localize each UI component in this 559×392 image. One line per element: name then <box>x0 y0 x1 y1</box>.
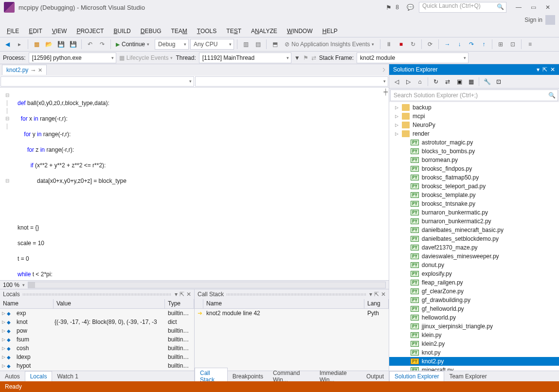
pin-icon[interactable]: ⇱ <box>374 291 379 298</box>
user-avatar-icon[interactable] <box>545 15 555 25</box>
back-icon[interactable]: ◁ <box>391 76 402 87</box>
step-over-button[interactable]: ↷ <box>466 39 477 50</box>
sync-icon[interactable]: ⇄ <box>442 76 453 87</box>
solution-search-input[interactable]: Search Solution Explorer (Ctrl+;) 🔍 <box>390 89 558 101</box>
file-node[interactable]: PYbrooksc_teleport_pad.py <box>389 182 559 191</box>
zoom-caret-icon[interactable]: ▾ <box>22 283 25 287</box>
toolbar-btn-5[interactable]: ⊞ <box>495 39 506 50</box>
menu-edit[interactable]: EDIT <box>25 27 46 36</box>
fwd-icon[interactable]: ▷ <box>403 76 414 87</box>
expand-icon[interactable]: ▷ <box>394 131 399 136</box>
stop-button[interactable]: ■ <box>396 39 406 50</box>
file-node[interactable]: PYklein2.py <box>389 339 559 348</box>
toolbar-btn-2[interactable]: ▤ <box>252 39 263 50</box>
thread-toggle-icon[interactable]: ⇄ <box>311 54 316 61</box>
folder-node[interactable]: ▷NeuroPy <box>389 121 559 129</box>
toolbar-btn-7[interactable]: ≡ <box>524 39 535 50</box>
folder-node[interactable]: ▷render <box>389 129 559 138</box>
menu-analyze[interactable]: ANALYZE <box>247 27 281 36</box>
toolbar-btn-1[interactable]: ▥ <box>240 39 251 50</box>
horizontal-scrollbar[interactable] <box>28 282 386 288</box>
scope-dropdown[interactable]: ▾ <box>0 76 194 87</box>
toolbar-btn-6[interactable]: ⊡ <box>507 39 518 50</box>
menu-file[interactable]: FILE <box>3 27 23 36</box>
file-node[interactable]: PYknot.py <box>389 348 559 357</box>
quick-launch-input[interactable]: Quick Launch (Ctrl+Q) 🔍 <box>419 2 506 13</box>
panel-dropdown-icon[interactable]: ▾ <box>175 291 178 298</box>
solution-explorer-header[interactable]: Solution Explorer ▾⇱✕ <box>389 64 559 75</box>
continue-button[interactable]: ▶ Continue ▾ <box>114 39 153 50</box>
file-node[interactable]: PYdonut.py <box>389 261 559 269</box>
tab-watch1[interactable]: Watch 1 <box>52 372 83 381</box>
config-dropdown[interactable]: Debug▾ <box>155 39 189 50</box>
collapse-icon[interactable]: ▣ <box>454 76 465 87</box>
file-node[interactable]: PYbrooksc_template.py <box>389 191 559 199</box>
file-node[interactable]: PYgf_drawbuilding.py <box>389 296 559 304</box>
tab-solution-explorer[interactable]: Solution Explorer <box>389 371 444 381</box>
platform-dropdown[interactable]: Any CPU▾ <box>190 39 234 50</box>
locals-row[interactable]: ▷◆coshbuiltin_fu <box>0 344 194 353</box>
toolbar-btn-3[interactable]: ⬒ <box>270 39 280 50</box>
new-project-button[interactable]: ▦ <box>31 39 42 50</box>
lifecycle-events-button[interactable]: ▦ Lifecycle Events ▾ <box>119 54 173 61</box>
file-node[interactable]: PYhelloworld.py <box>389 313 559 322</box>
menu-team[interactable]: TEAM <box>167 27 191 36</box>
menu-build[interactable]: BUILD <box>109 27 134 36</box>
panel-dropdown-icon[interactable]: ▾ <box>369 291 372 298</box>
panel-dropdown-icon[interactable]: ▾ <box>537 66 540 73</box>
expand-icon[interactable]: ▷ <box>0 346 7 351</box>
preview-icon[interactable]: ⊡ <box>493 76 504 87</box>
save-button[interactable]: 💾 <box>55 39 66 50</box>
file-node[interactable]: PYgf_helloworld.py <box>389 304 559 313</box>
redo-button[interactable]: ↷ <box>97 39 108 50</box>
minimize-button[interactable]: — <box>511 2 526 12</box>
menu-window[interactable]: WINDOW <box>283 27 317 36</box>
tab-breakpoints[interactable]: Breakpoints <box>228 372 268 381</box>
close-panel-icon[interactable]: ✕ <box>550 66 555 73</box>
process-dropdown[interactable]: [12596] python.exe▾ <box>29 53 116 63</box>
expand-icon[interactable]: ▷ <box>0 328 7 333</box>
expand-icon[interactable]: ▷ <box>394 123 399 127</box>
menu-help[interactable]: HELP <box>318 27 341 36</box>
restart-button[interactable]: ↻ <box>408 39 418 50</box>
expand-icon[interactable]: ▷ <box>394 114 399 119</box>
expand-icon[interactable]: ▷ <box>0 337 7 342</box>
pin-icon[interactable]: ⇱ <box>542 66 547 73</box>
member-dropdown[interactable]: ▾ <box>195 76 389 87</box>
file-node[interactable]: PYgf_clearZone.py <box>389 287 559 296</box>
file-node[interactable]: PYblocks_to_bombs.py <box>389 147 559 156</box>
file-node[interactable]: PYdanielbates_minecraft_basic.py <box>389 226 559 234</box>
notification-flags[interactable]: ⚑ 8 💬 <box>386 4 414 11</box>
locals-row[interactable]: ▷◆fsumbuiltin_fu <box>0 335 194 344</box>
expand-icon[interactable]: ▷ <box>394 105 399 110</box>
file-node[interactable]: PYbrooksc_flatmap50.py <box>389 173 559 182</box>
callstack-row[interactable]: ➜ knot2 module line 42 Pyth <box>195 309 389 318</box>
file-node[interactable]: PYdavef21370_maze.py <box>389 243 559 252</box>
show-next-button[interactable]: → <box>442 39 452 50</box>
toolbar-btn-4[interactable]: ⟳ <box>425 39 435 50</box>
close-panel-icon[interactable]: ✕ <box>381 291 386 298</box>
file-node[interactable]: PYastrotutor_magic.py <box>389 138 559 147</box>
locals-grid[interactable]: Name Value Type ▷◆expbuiltin_fu▷◆knot{(-… <box>0 299 194 371</box>
stack-frame-dropdown[interactable]: knot2 module▾ <box>357 53 469 63</box>
menu-view[interactable]: VIEW <box>48 27 71 36</box>
locals-row[interactable]: ▷◆hypotbuiltin_fu <box>0 361 194 370</box>
menu-tools[interactable]: TOOLS <box>193 27 220 36</box>
code-content[interactable]: def ball(x0,y0,z0,r,block_type,data): fo… <box>15 88 389 280</box>
tab-team-explorer[interactable]: Team Explorer <box>444 372 491 381</box>
file-node[interactable]: PYbrooksc_tntsnake.py <box>389 199 559 208</box>
locals-row[interactable]: ▷◆powbuiltin_fu <box>0 326 194 335</box>
tab-autos[interactable]: Autos <box>0 372 25 381</box>
file-node[interactable]: PYklein.py <box>389 331 559 339</box>
pause-button[interactable]: ⏸ <box>383 39 394 50</box>
thread-flag-icon[interactable]: ⚑ <box>303 54 308 61</box>
filter-icon[interactable]: ▼ <box>294 54 300 61</box>
sign-in-link[interactable]: Sign in <box>524 17 542 23</box>
step-into-button[interactable]: ↓ <box>454 39 465 50</box>
close-button[interactable]: ✕ <box>541 2 555 12</box>
file-node[interactable]: PYborromean.py <box>389 156 559 164</box>
file-node[interactable]: PYdanielbates_setblockdemo.py <box>389 234 559 243</box>
undo-button[interactable]: ↶ <box>85 39 95 50</box>
menu-project[interactable]: PROJECT <box>72 27 108 36</box>
file-node[interactable]: PYjjinux_sierpinski_triangle.py <box>389 322 559 331</box>
